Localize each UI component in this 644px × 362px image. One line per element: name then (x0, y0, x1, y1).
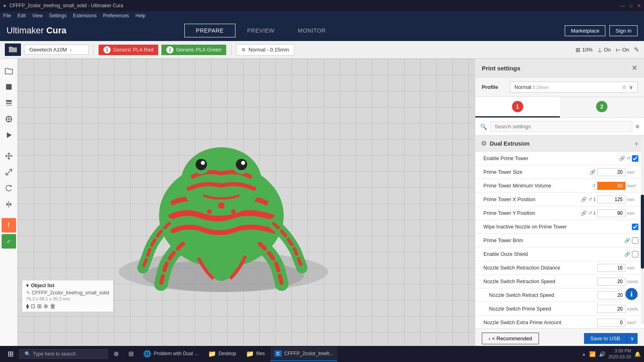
adhesion-toggle[interactable]: ⊢ On (616, 47, 629, 53)
object-icon-3[interactable]: ⊞ (37, 303, 42, 309)
solid-view-tool[interactable] (2, 80, 16, 94)
save-usb-button[interactable]: Save to USB (584, 333, 627, 344)
prime-tower-x-info[interactable]: ℹ (594, 197, 596, 202)
minimize-btn[interactable]: — (620, 3, 625, 8)
nozzle-switch-prime-speed-input[interactable] (597, 305, 625, 313)
prime-tower-size-input[interactable] (597, 168, 625, 176)
print-settings-close[interactable]: ✕ (632, 64, 638, 72)
prime-tower-y-reset[interactable]: ↺ (588, 210, 592, 216)
chevron-down-icon[interactable]: ∨ (629, 84, 633, 90)
signin-button[interactable]: Sign in (609, 25, 638, 36)
move-tool[interactable] (2, 149, 16, 163)
star-icon[interactable]: ☆ (622, 84, 627, 90)
prime-tower-x-unit: mm (627, 197, 638, 202)
prime-tower-min-vol-reset[interactable]: ↺ (592, 183, 596, 188)
menu-preferences[interactable]: Preferences (103, 13, 129, 19)
dual-extrusion-section[interactable]: ⚙ Dual Extrusion ∨ (475, 136, 644, 152)
expand-icon[interactable]: ▲ (582, 352, 586, 356)
support-toggle[interactable]: ⊥ On (597, 47, 611, 53)
profile-selector-dropdown[interactable]: Normal 0.15mm ☆ ∨ (510, 82, 638, 93)
prime-tower-y-info[interactable]: ℹ (594, 210, 596, 216)
menu-edit[interactable]: Edit (17, 13, 26, 19)
profile-selector[interactable]: ≡ Normal - 0.15mm (236, 44, 294, 56)
open-file-tool[interactable] (2, 64, 16, 78)
taskbar-search[interactable]: 🔍 Type here to search (19, 349, 108, 359)
notification-icon[interactable]: 🔔 (634, 351, 641, 357)
mirror-tool[interactable] (2, 197, 16, 212)
prime-tower-x-link[interactable]: 🔗 (581, 197, 587, 202)
wipe-inactive-nozzle-checkbox[interactable] (632, 224, 638, 230)
preview-tool[interactable] (2, 128, 16, 142)
taskbar-item-task-view[interactable]: ⊞ (124, 347, 138, 361)
machine-selector[interactable]: Geeetech A10M ‹ (24, 45, 89, 55)
enable-prime-tower-link[interactable]: 🔗 (619, 156, 625, 161)
close-btn[interactable]: ✕ (637, 3, 641, 8)
prime-tower-x-reset[interactable]: ↺ (588, 197, 592, 202)
warning-tool[interactable]: ! (2, 218, 16, 232)
scrollbar-thumb[interactable] (641, 195, 644, 269)
object-list-title[interactable]: ▾ Object list (26, 283, 109, 288)
menu-extensions[interactable]: Extensions (73, 13, 97, 19)
enable-ooze-shield-link[interactable]: 🔗 (624, 251, 630, 257)
system-clock[interactable]: 3:00 PM 2020-03-20 (609, 348, 631, 360)
scale-tool[interactable] (2, 165, 16, 179)
taskbar-item-desktop[interactable]: 📁 Desktop (204, 347, 240, 361)
xray-tool[interactable] (2, 112, 16, 126)
menu-help[interactable]: Help (136, 13, 146, 19)
taskbar-item-cura[interactable]: C CFFFP_2color_treefr... (270, 347, 337, 361)
settings-menu-icon[interactable]: ≡ (636, 123, 639, 130)
recommended-button[interactable]: ‹ < Recommended (482, 333, 539, 344)
menu-settings[interactable]: Settings (49, 13, 66, 19)
viewport[interactable]: ▾ Object list ✎ CFFFP_2color_treefrog_sm… (18, 59, 475, 348)
success-tool[interactable]: ✓ (2, 234, 16, 249)
nozzle-switch-extra-prime-input[interactable] (597, 319, 625, 327)
prime-tower-y-link[interactable]: 🔗 (581, 210, 587, 216)
taskbar-item-files[interactable]: 📁 files (242, 347, 269, 361)
object-icon-4[interactable]: ⊕ (43, 303, 48, 309)
object-icon-2[interactable]: ⊡ (31, 303, 35, 309)
menu-view[interactable]: View (32, 13, 43, 19)
prime-tower-y-input[interactable] (597, 209, 625, 217)
prime-tower-brim-label: Prime Tower Brim (483, 238, 623, 243)
svg-rect-1 (6, 100, 12, 102)
menu-file[interactable]: File (3, 13, 11, 19)
object-icon-5[interactable]: 🗑 (50, 303, 56, 309)
nozzle-switch-retract-speed-input[interactable] (597, 278, 625, 286)
enable-prime-tower-checkbox[interactable] (632, 155, 638, 162)
nav-preview[interactable]: PREVIEW (235, 24, 286, 37)
prime-tower-min-vol-input[interactable] (597, 182, 625, 190)
start-button[interactable]: ⊞ (3, 347, 18, 361)
save-dropdown-button[interactable]: ∨ (627, 333, 638, 344)
enable-prime-tower-reset[interactable]: ↺ (627, 156, 630, 161)
nav-monitor[interactable]: MONITOR (286, 24, 337, 37)
prime-tower-brim-checkbox[interactable] (632, 237, 638, 244)
taskbar-item-cura-label: CFFFP_2color_treefr... (284, 351, 333, 356)
nozzle-switch-retract-speed-sub-input[interactable] (597, 291, 625, 299)
network-icon[interactable]: 📶 (589, 351, 596, 357)
info-button[interactable]: ℹ (625, 288, 638, 300)
object-icon-1[interactable]: ⧫ (26, 303, 29, 309)
taskbar-item-action-center[interactable]: ⊕ (109, 347, 123, 361)
rotate-tool[interactable] (2, 181, 16, 195)
settings-search-input[interactable] (490, 121, 632, 132)
taskbar-item-chrome[interactable]: 🌐 Problem with Dual ... (139, 347, 202, 361)
extruder2-tab[interactable]: 2 (560, 97, 644, 117)
maximize-btn[interactable]: □ (630, 3, 632, 8)
extruder1-tab[interactable]: 1 (475, 97, 560, 117)
volume-icon[interactable]: 🔊 (599, 351, 605, 357)
extruder1-button[interactable]: 1 Generic PLA Red (99, 45, 158, 55)
taskbar-right: ▲ 📶 🔊 3:00 PM 2020-03-20 🔔 (582, 348, 641, 360)
extruder2-button[interactable]: 2 Generic PLA Green (161, 45, 226, 55)
nav-prepare[interactable]: PREPARE (184, 24, 235, 37)
prime-tower-x-label: Prime Tower X Position (483, 197, 579, 202)
prime-tower-brim-link[interactable]: 🔗 (624, 238, 630, 243)
nozzle-switch-retract-dist-input[interactable] (597, 264, 625, 272)
marketplace-button[interactable]: Marketplace (565, 25, 605, 36)
enable-ooze-shield-checkbox[interactable] (632, 251, 638, 257)
prime-tower-min-vol-label: Prime Tower Minimum Volume (483, 183, 590, 189)
prime-tower-x-input[interactable] (597, 195, 625, 204)
prime-tower-size-link[interactable]: 🔗 (590, 169, 596, 175)
layer-view-tool[interactable] (2, 96, 16, 110)
settings-pencil-icon[interactable]: ✎ (634, 46, 639, 53)
open-folder-button[interactable] (5, 43, 21, 56)
